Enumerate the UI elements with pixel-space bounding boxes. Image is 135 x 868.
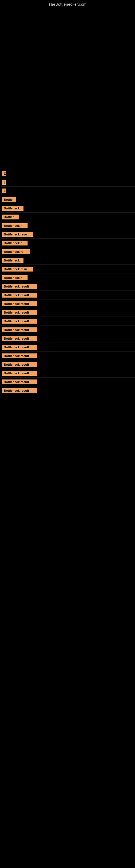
list-item: Bottleneck result bbox=[1, 334, 135, 343]
list-item: Bottleneck r bbox=[1, 221, 135, 230]
list-item: Bottleneck result bbox=[1, 343, 135, 351]
list-item: E bbox=[1, 187, 135, 195]
bottleneck-result-chip[interactable]: Bottleneck resu bbox=[2, 267, 33, 272]
bottleneck-result-chip[interactable]: Bottleneck result bbox=[2, 388, 37, 393]
list-item: Bottleneck r bbox=[1, 239, 135, 247]
bottleneck-result-chip[interactable]: Bottle bbox=[2, 197, 16, 202]
list-item: Bottleneck result bbox=[1, 369, 135, 378]
list-item: Bottleneck result bbox=[1, 351, 135, 360]
bottleneck-result-chip[interactable]: E bbox=[2, 171, 6, 176]
list-item: Bottleneck result bbox=[1, 326, 135, 334]
list-item: Bottlen bbox=[1, 213, 135, 221]
bottleneck-result-chip[interactable]: Bottleneck result bbox=[2, 328, 37, 332]
bottleneck-result-chip[interactable]: Bottleneck bbox=[2, 206, 24, 211]
bottleneck-result-chip[interactable]: Bottleneck result bbox=[2, 379, 37, 384]
bottleneck-result-chip[interactable]: Bottleneck result bbox=[2, 336, 37, 341]
list-item: Bottleneck result bbox=[1, 282, 135, 291]
bottleneck-result-chip[interactable]: Bottleneck result bbox=[2, 371, 37, 376]
bottleneck-result-chip[interactable]: Bottleneck result bbox=[2, 284, 37, 289]
list-item: Bottleneck result bbox=[1, 386, 135, 395]
bottleneck-result-chip[interactable]: Bottleneck result bbox=[2, 310, 37, 315]
bottleneck-result-chip[interactable]: Bottleneck result bbox=[2, 293, 37, 298]
bottleneck-result-chip[interactable]: | bbox=[2, 180, 6, 185]
list-item: Bottleneck result bbox=[1, 378, 135, 386]
bottleneck-result-chip[interactable]: Bottleneck r bbox=[2, 223, 28, 228]
bottleneck-result-chip[interactable]: Bottleneck result bbox=[2, 301, 37, 306]
list-item: Bottleneck result bbox=[1, 360, 135, 369]
list-item: | bbox=[1, 178, 135, 187]
list-item: Bottleneck result bbox=[1, 291, 135, 300]
bottleneck-result-chip[interactable]: Bottleneck r bbox=[2, 241, 28, 246]
bottleneck-result-chip[interactable]: Bottleneck result bbox=[2, 345, 37, 350]
site-title: TheBottlenecker.com bbox=[0, 0, 135, 6]
list-item: Bottleneck bbox=[1, 204, 135, 213]
list-item: Bottleneck re bbox=[1, 247, 135, 256]
bottleneck-result-chip[interactable]: Bottleneck result bbox=[2, 319, 37, 323]
list-item: Bottle bbox=[1, 195, 135, 204]
bottleneck-result-chip[interactable]: Bottleneck r bbox=[2, 275, 28, 280]
bottleneck-result-chip[interactable]: Bottleneck re bbox=[2, 249, 30, 254]
list-item: Bottleneck result bbox=[1, 308, 135, 317]
list-item: E bbox=[1, 169, 135, 178]
bottleneck-result-chip[interactable]: E bbox=[2, 188, 6, 193]
bottleneck-result-chip[interactable]: Bottleneck bbox=[2, 258, 24, 263]
list-item: Bottleneck bbox=[1, 256, 135, 265]
bottleneck-result-chip[interactable]: Bottlen bbox=[2, 215, 18, 219]
bottleneck-result-chip[interactable]: Bottleneck resu bbox=[2, 232, 33, 237]
list-item: Bottleneck resu bbox=[1, 230, 135, 239]
items-list: E|EBottleBottleneckBottlenBottleneck rBo… bbox=[0, 169, 135, 395]
list-item: Bottleneck resu bbox=[1, 265, 135, 273]
list-item: Bottleneck result bbox=[1, 300, 135, 308]
list-item: Bottleneck result bbox=[1, 317, 135, 326]
bottleneck-result-chip[interactable]: Bottleneck result bbox=[2, 362, 37, 367]
list-item: Bottleneck r bbox=[1, 273, 135, 282]
bottleneck-result-chip[interactable]: Bottleneck result bbox=[2, 353, 37, 358]
